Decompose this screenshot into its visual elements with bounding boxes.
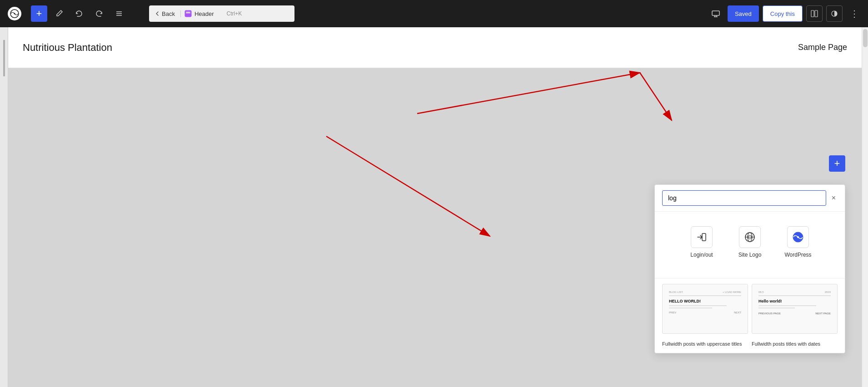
copy-this-button[interactable]: Copy this [763, 5, 803, 22]
pattern2-nav-prev: PREVIOUS PAGE [758, 312, 781, 315]
device-preview-button[interactable] [708, 5, 724, 22]
pattern2-date-left: 08.5 [758, 291, 764, 293]
keyboard-shortcut: Ctrl+K [227, 10, 242, 17]
pattern2-heading: Hello world! [758, 299, 831, 303]
editor-area: Nutritious Plantation Sample Page [0, 27, 868, 387]
svg-rect-6 [186, 12, 190, 13]
scrollbar-thumb [863, 29, 868, 47]
more-options-button[interactable]: ⋮ [846, 5, 863, 22]
pattern-thumb-2[interactable]: 08.5 2020 Hello world! PREVIOUS PAGE NEX… [752, 284, 838, 334]
svg-point-27 [797, 236, 799, 238]
wp-logo[interactable] [5, 5, 24, 23]
inserter-search-area: log × [655, 185, 845, 212]
list-view-button[interactable] [111, 5, 127, 22]
add-block-button[interactable]: + [31, 5, 47, 22]
svg-rect-21 [702, 233, 706, 241]
toolbar: + Back [0, 0, 868, 27]
block-results: Login/out [655, 212, 845, 278]
block-grid: Login/out [662, 219, 838, 271]
block-item-site-logo[interactable]: Site Logo [729, 223, 770, 262]
nav-item: Sample Page [798, 43, 847, 52]
pattern-row: BLOG LIST + LOAD MORE HELLO WORLD! PREV … [655, 278, 845, 339]
inserter-search-input[interactable]: log [662, 190, 826, 206]
current-block-name: Header [195, 10, 214, 17]
back-button[interactable]: Back [155, 10, 181, 17]
redo-button[interactable] [91, 5, 107, 22]
toolbar-right: Saved Copy this ⋮ [708, 5, 863, 22]
pattern2-title: Fullwidth posts titles with dates [752, 341, 820, 347]
pattern1-heading: HELLO WORLD! [669, 299, 741, 303]
inserter-panel: log × Lo [654, 184, 845, 353]
left-indicator-bar [0, 27, 8, 387]
pattern-thumb-1[interactable]: BLOG LIST + LOAD MORE HELLO WORLD! PREV … [662, 284, 748, 334]
view-toggle-button[interactable] [806, 5, 823, 22]
svg-rect-7 [186, 13, 190, 14]
edit-button[interactable] [51, 5, 67, 22]
canvas-body: + log × [8, 68, 862, 387]
block-label-login-out: Login/out [690, 252, 713, 258]
block-label-wordpress: WordPress [784, 252, 811, 258]
inserter-patterns: BLOG LIST + LOAD MORE HELLO WORLD! PREV … [655, 278, 845, 353]
saved-button[interactable]: Saved [728, 5, 759, 22]
undo-button[interactable] [71, 5, 87, 22]
pattern2-nav-next: NEXT PAGE [815, 312, 831, 315]
pattern-titles-row: Fullwidth posts with uppercase titles Fu… [655, 339, 845, 353]
svg-rect-12 [811, 10, 814, 17]
svg-rect-8 [712, 11, 719, 15]
back-label: Back [162, 10, 175, 17]
block-item-wordpress[interactable]: WordPress [778, 223, 818, 262]
svg-point-1 [14, 13, 15, 15]
site-title: Nutritious Plantation [23, 42, 112, 54]
search-clear-button[interactable]: × [830, 192, 838, 204]
svg-line-18 [417, 73, 640, 114]
pattern2-date-right: 2020 [825, 291, 831, 293]
wordpress-icon [787, 226, 809, 248]
floating-add-button[interactable]: + [829, 155, 845, 172]
contrast-button[interactable] [826, 5, 843, 22]
block-item-login-out[interactable]: Login/out [681, 223, 722, 262]
pattern1-title: Fullwidth posts with uppercase titles [662, 341, 742, 347]
breadcrumb: Back Header Ctrl+K [149, 5, 294, 22]
svg-line-20 [326, 136, 490, 236]
header-block: Nutritious Plantation Sample Page [8, 27, 862, 68]
current-block-label[interactable]: Header [185, 10, 214, 17]
site-logo-icon [739, 226, 761, 248]
login-out-icon [691, 226, 713, 248]
svg-rect-13 [815, 10, 818, 17]
block-label-site-logo: Site Logo [738, 252, 762, 258]
canvas-area: Nutritious Plantation Sample Page [8, 27, 862, 387]
svg-line-19 [640, 73, 672, 120]
right-scrollbar[interactable] [862, 27, 868, 387]
